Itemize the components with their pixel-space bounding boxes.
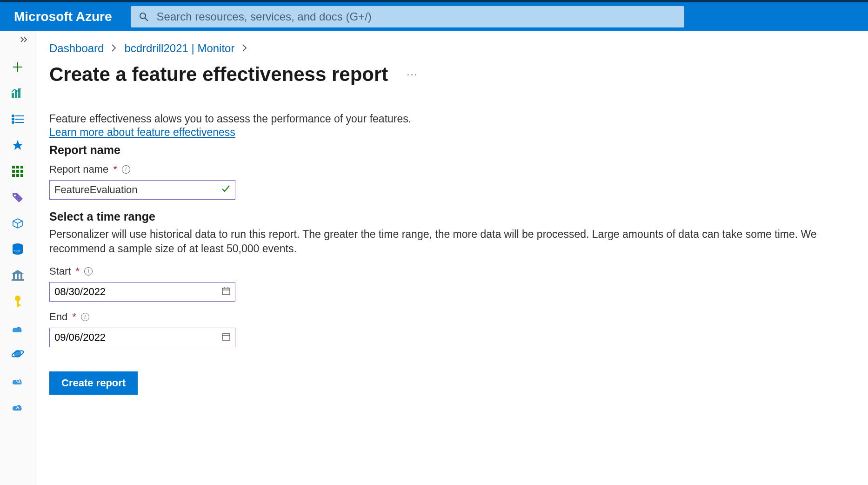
svg-point-0 <box>140 13 146 19</box>
report-name-label-row: Report name * i <box>49 163 868 175</box>
chevron-right-icon <box>111 42 117 55</box>
svg-rect-30 <box>17 274 19 279</box>
svg-rect-5 <box>15 90 17 98</box>
svg-point-9 <box>12 118 14 120</box>
top-bar: Microsoft Azure <box>0 0 868 31</box>
end-date-field[interactable] <box>49 328 235 347</box>
check-icon <box>221 184 230 196</box>
end-label: End <box>49 311 67 323</box>
svg-rect-22 <box>20 174 23 177</box>
svg-rect-19 <box>20 170 23 173</box>
start-label-row: Start * i <box>49 265 868 277</box>
svg-marker-28 <box>12 270 24 274</box>
svg-rect-32 <box>12 279 24 281</box>
required-indicator: * <box>72 311 76 323</box>
create-resource-icon[interactable] <box>10 60 25 74</box>
end-date-input[interactable] <box>54 331 222 344</box>
breadcrumb-dashboard[interactable]: Dashboard <box>49 42 104 55</box>
calendar-icon[interactable] <box>222 331 230 344</box>
end-label-row: End * i <box>49 311 868 323</box>
section-time-range: Select a time range <box>49 210 868 223</box>
search-input[interactable] <box>157 10 676 23</box>
start-date-field[interactable] <box>49 282 235 302</box>
app-grid-icon[interactable] <box>10 164 25 179</box>
svg-rect-16 <box>20 166 23 168</box>
planet-icon[interactable] <box>10 346 25 361</box>
svg-rect-31 <box>20 274 22 279</box>
info-icon[interactable]: i <box>81 313 89 321</box>
page-description: Feature effectiveness alows you to asses… <box>49 112 868 126</box>
page-title: Create a feature effectiveness report <box>49 63 388 86</box>
create-report-button[interactable]: Create report <box>49 371 138 395</box>
tags-icon[interactable] <box>10 190 25 205</box>
expand-nav-icon[interactable] <box>20 36 28 45</box>
svg-point-7 <box>12 115 14 117</box>
cloud-search-icon[interactable] <box>10 372 25 387</box>
svg-rect-20 <box>12 174 15 177</box>
left-nav: SQL <box>0 31 35 485</box>
info-icon[interactable]: i <box>122 165 130 174</box>
info-icon[interactable]: i <box>84 267 93 276</box>
svg-rect-14 <box>12 166 15 168</box>
breadcrumb-resource[interactable]: bcdrdrill2021 | Monitor <box>124 42 234 55</box>
svg-rect-44 <box>222 334 230 340</box>
svg-marker-13 <box>13 140 23 150</box>
svg-rect-21 <box>16 174 19 177</box>
dashboard-icon[interactable] <box>10 86 25 101</box>
search-icon <box>139 12 148 21</box>
favorites-icon[interactable] <box>10 138 25 153</box>
svg-rect-15 <box>16 166 19 168</box>
main-content: Dashboard bcdrdrill2021 | Monitor Create… <box>35 31 868 485</box>
cloud-app-icon[interactable] <box>10 320 25 335</box>
svg-rect-18 <box>16 170 19 173</box>
all-services-icon[interactable] <box>10 112 25 127</box>
report-name-input[interactable] <box>54 184 221 196</box>
svg-text:SQL: SQL <box>13 249 21 253</box>
start-date-input[interactable] <box>54 286 222 298</box>
svg-rect-29 <box>13 274 15 279</box>
svg-rect-35 <box>17 304 20 306</box>
cube-icon[interactable] <box>10 216 25 231</box>
key-icon[interactable] <box>10 294 25 309</box>
svg-point-11 <box>12 121 14 123</box>
sql-icon[interactable]: SQL <box>10 242 25 257</box>
svg-rect-17 <box>12 170 15 173</box>
svg-rect-40 <box>222 288 230 295</box>
page-title-row: Create a feature effectiveness report ··… <box>49 63 868 86</box>
svg-rect-34 <box>17 301 19 307</box>
cloud-deploy-icon[interactable] <box>10 398 25 413</box>
chevron-right-icon <box>242 42 247 55</box>
more-actions-icon[interactable]: ··· <box>407 68 418 81</box>
time-range-description: Personalizer will use historical data to… <box>49 227 868 256</box>
bank-icon[interactable] <box>10 268 25 283</box>
report-name-label: Report name <box>49 163 108 175</box>
learn-more-link[interactable]: Learn more about feature effectiveness <box>49 126 235 138</box>
global-search[interactable] <box>131 6 684 27</box>
shell: SQL Dashboard bcdrdrill2021 | Monitor <box>0 31 868 485</box>
svg-rect-4 <box>12 93 14 98</box>
report-name-field[interactable] <box>49 180 235 200</box>
svg-point-33 <box>15 296 20 301</box>
svg-line-1 <box>145 18 148 21</box>
calendar-icon[interactable] <box>222 286 230 298</box>
required-indicator: * <box>75 265 80 277</box>
brand-label: Microsoft Azure <box>14 9 112 24</box>
required-indicator: * <box>113 163 117 175</box>
breadcrumb: Dashboard bcdrdrill2021 | Monitor <box>49 42 868 55</box>
start-label: Start <box>49 265 71 277</box>
section-report-name: Report name <box>49 143 868 157</box>
svg-point-23 <box>14 195 16 196</box>
